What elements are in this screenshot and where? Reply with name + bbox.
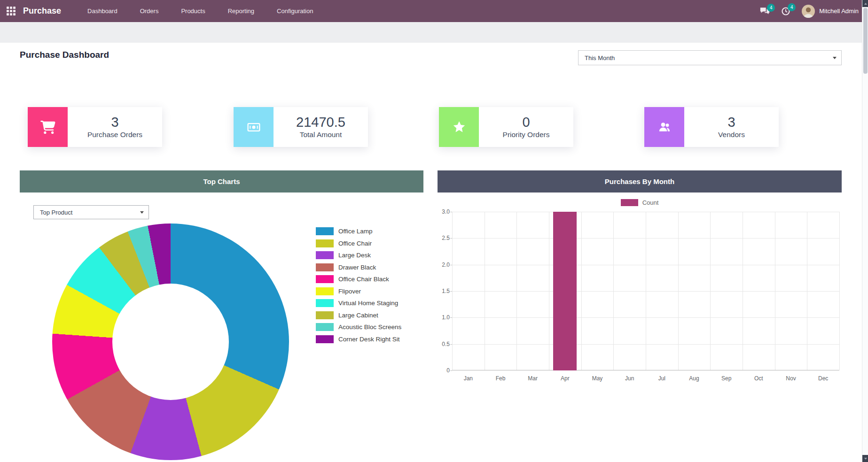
chevron-down-icon	[140, 211, 144, 214]
nav-item-configuration[interactable]: Configuration	[266, 0, 324, 22]
page-title: Purchase Dashboard	[20, 50, 109, 60]
bar-legend-swatch	[621, 199, 638, 206]
purchases-by-month-header: Purchases By Month	[438, 170, 842, 192]
kpi-label: Purchase Orders	[87, 131, 142, 139]
legend-swatch	[316, 263, 334, 271]
x-axis-tick: Feb	[485, 375, 517, 382]
period-filter-select[interactable]: This Month	[578, 50, 842, 65]
gridline-horizontal	[452, 238, 839, 239]
legend-swatch	[316, 287, 334, 295]
avatar	[802, 5, 815, 18]
y-tick-mark	[450, 344, 452, 345]
gridline-vertical	[839, 212, 840, 370]
kpi-icon-box	[644, 107, 684, 147]
purchases-bar-chart: Count 00.51.01.52.02.53.0JanFebMarAprMay…	[438, 195, 842, 387]
x-axis-tick: Oct	[743, 375, 775, 382]
user-menu[interactable]: Mitchell Admin	[802, 5, 859, 18]
kpi-card-purchase-orders[interactable]: 3 Purchase Orders	[28, 107, 162, 147]
y-axis-tick: 2.5	[438, 235, 450, 241]
y-tick-mark	[450, 265, 452, 265]
apps-grid-icon[interactable]	[7, 7, 16, 15]
donut-legend-item[interactable]: Flipover	[316, 287, 401, 295]
x-axis-tick: Jan	[452, 375, 485, 382]
control-strip	[0, 22, 868, 43]
legend-label: Virtual Home Staging	[338, 300, 398, 307]
donut-hole	[112, 284, 229, 400]
y-axis-tick: 0.5	[438, 341, 450, 347]
legend-swatch	[316, 335, 334, 343]
y-tick-mark	[450, 212, 452, 212]
kpi-label: Vendors	[718, 131, 745, 139]
scroll-up-button[interactable]	[862, 0, 868, 7]
kpi-value: 0	[522, 115, 530, 130]
legend-swatch	[316, 227, 334, 235]
kpi-label: Priority Orders	[503, 131, 550, 139]
kpi-body: 0 Priority Orders	[479, 107, 573, 147]
kpi-icon-box	[439, 107, 479, 147]
donut-legend-item[interactable]: Virtual Home Staging	[316, 299, 401, 307]
y-tick-mark	[450, 291, 452, 292]
donut-legend: Office LampOffice ChairLarge DeskDrawer …	[316, 227, 401, 343]
x-axis-tick: May	[581, 375, 614, 382]
navbar-right: 4 4 Mitchell Admin	[760, 5, 859, 18]
x-axis-tick: Dec	[807, 375, 839, 382]
nav-item-reporting[interactable]: Reporting	[217, 0, 266, 22]
kpi-value: 3	[727, 115, 735, 130]
donut-legend-item[interactable]: Office Lamp	[316, 227, 401, 235]
donut-legend-item[interactable]: Acoustic Bloc Screens	[316, 323, 401, 331]
top-product-select[interactable]: Top Product	[33, 205, 149, 219]
nav-item-products[interactable]: Products	[170, 0, 216, 22]
activities-button[interactable]: 4	[781, 7, 790, 16]
legend-swatch	[316, 275, 334, 283]
nav-item-dashboard[interactable]: Dashboard	[76, 0, 129, 22]
gridline-horizontal	[452, 317, 839, 318]
scrollbar-thumb[interactable]	[863, 8, 868, 74]
y-tick-mark	[450, 238, 452, 239]
bar-legend-label: Count	[642, 199, 659, 206]
top-navbar: Purchase Dashboard Orders Products Repor…	[0, 0, 868, 22]
x-axis-tick: Nov	[775, 375, 807, 382]
kpi-icon-box	[234, 107, 274, 147]
money-icon	[246, 121, 261, 134]
top-product-value: Top Product	[40, 209, 72, 216]
kpi-card-vendors[interactable]: 3 Vendors	[644, 107, 779, 147]
scroll-down-button[interactable]	[862, 455, 868, 462]
y-axis-tick: 2.0	[438, 262, 450, 268]
nav-item-orders[interactable]: Orders	[129, 0, 170, 22]
kpi-body: 3 Vendors	[684, 107, 779, 147]
legend-swatch	[316, 311, 334, 319]
kpi-label: Total Amount	[300, 131, 342, 139]
bar-apr[interactable]	[553, 212, 577, 370]
app-name[interactable]: Purchase	[23, 6, 61, 16]
donut-legend-item[interactable]: Large Cabinet	[316, 311, 401, 319]
donut-legend-item[interactable]: Large Desk	[316, 251, 401, 259]
messages-button[interactable]: 4	[760, 7, 770, 15]
legend-label: Office Chair Black	[338, 276, 389, 283]
purchase-dashboard-app: Purchase Dashboard Orders Products Repor…	[0, 0, 868, 462]
donut-chart[interactable]	[52, 223, 289, 460]
arrow-down-icon	[864, 458, 867, 460]
bar-plot	[452, 212, 839, 370]
donut-legend-item[interactable]: Drawer Black	[316, 263, 401, 271]
kpi-card-priority-orders[interactable]: 0 Priority Orders	[439, 107, 573, 147]
legend-swatch	[316, 299, 334, 307]
legend-label: Corner Desk Right Sit	[338, 336, 400, 343]
legend-swatch	[316, 251, 334, 259]
legend-label: Office Lamp	[338, 228, 373, 235]
kpi-value: 21470.5	[296, 115, 345, 130]
y-tick-mark	[450, 317, 452, 318]
donut-legend-item[interactable]: Office Chair	[316, 239, 401, 247]
chevron-down-icon	[833, 57, 837, 59]
legend-label: Acoustic Bloc Screens	[338, 323, 401, 331]
donut-legend-item[interactable]: Corner Desk Right Sit	[316, 335, 401, 343]
legend-swatch	[316, 323, 334, 331]
bar-legend[interactable]: Count	[438, 199, 842, 206]
legend-label: Large Desk	[338, 252, 371, 259]
y-tick-mark	[450, 370, 452, 371]
vertical-scrollbar[interactable]	[862, 0, 868, 462]
kpi-card-total-amount[interactable]: 21470.5 Total Amount	[234, 107, 368, 147]
gridline-horizontal	[452, 265, 839, 265]
x-axis-tick: Apr	[549, 375, 581, 382]
donut-legend-item[interactable]: Office Chair Black	[316, 275, 401, 283]
y-axis-tick: 1.0	[438, 314, 450, 321]
